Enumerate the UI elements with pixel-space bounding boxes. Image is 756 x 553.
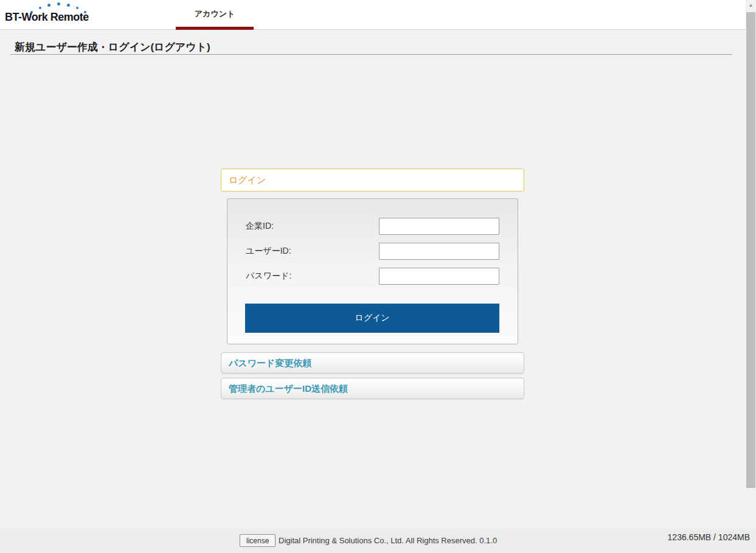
app-header: BT-Work Remote アカウント xyxy=(0,0,756,30)
app-logo: BT-Work Remote xyxy=(5,0,102,30)
user-id-label: ユーザーID: xyxy=(246,246,291,257)
memory-usage-text: 1236.65MB / 1024MB xyxy=(668,532,750,542)
logo-dot-icon xyxy=(47,4,50,7)
tab-account-label: アカウント xyxy=(176,0,254,19)
vertical-scrollbar[interactable]: ▲ xyxy=(746,0,756,524)
login-button[interactable]: ログイン xyxy=(245,304,499,333)
company-id-label: 企業ID: xyxy=(246,221,274,232)
user-id-row: ユーザーID: xyxy=(227,243,519,260)
scrollbar-thumb[interactable] xyxy=(746,12,755,488)
tab-active-underline xyxy=(176,27,254,30)
logo-dot-icon xyxy=(76,7,78,9)
logo-dot-icon xyxy=(57,2,60,5)
title-divider xyxy=(10,54,732,55)
tab-account[interactable]: アカウント xyxy=(176,0,254,30)
company-id-input[interactable] xyxy=(379,218,499,235)
logo-text: BT-Work Remote xyxy=(5,11,89,24)
password-row: パスワード: xyxy=(227,268,519,285)
user-id-input[interactable] xyxy=(379,243,499,260)
scrollbar-up-arrow-icon[interactable]: ▲ xyxy=(746,0,756,10)
password-label: パスワード: xyxy=(246,271,291,282)
admin-userid-send-request-link[interactable]: 管理者のユーザーID送信依頼 xyxy=(221,378,524,399)
password-input[interactable] xyxy=(379,268,499,285)
login-section-header: ログイン xyxy=(221,169,524,192)
password-change-request-link[interactable]: パスワード変更依頼 xyxy=(221,352,524,374)
footer: license Digital Printing & Solutions Co.… xyxy=(0,527,756,553)
copyright-text: Digital Printing & Solutions Co., Ltd. A… xyxy=(279,536,497,545)
logo-dot-icon xyxy=(67,4,70,7)
logo-dot-icon xyxy=(39,7,41,9)
license-button[interactable]: license xyxy=(240,534,276,547)
company-id-row: 企業ID: xyxy=(227,218,519,235)
page-title: 新規ユーザー作成・ログイン(ログアウト) xyxy=(15,40,210,54)
